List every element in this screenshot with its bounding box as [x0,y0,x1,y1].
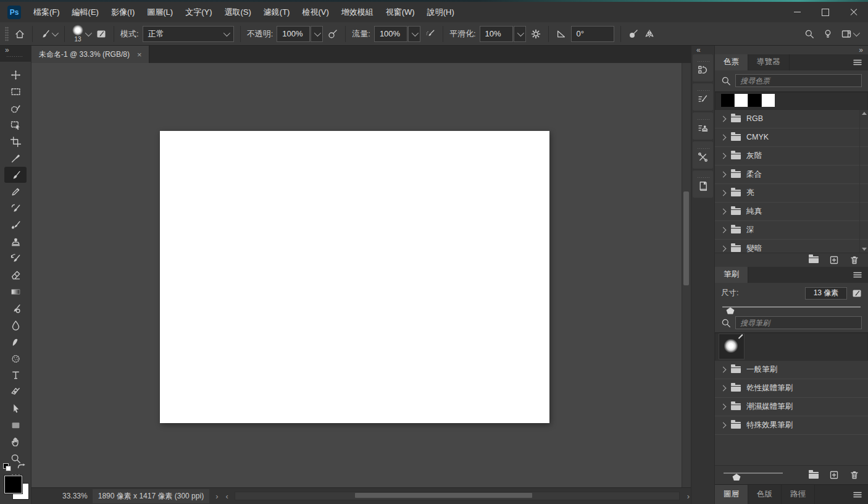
panel-tab[interactable]: 圖層 [715,485,748,504]
menu-item[interactable]: 濾鏡(T) [257,2,296,22]
clone-stamp-tool[interactable] [4,233,27,250]
panel-tab[interactable]: 色版 [748,485,782,504]
new-swatch-button[interactable] [829,255,839,265]
expand-chevron-icon[interactable] [720,227,727,233]
selection-brush-tool[interactable] [4,100,27,116]
expand-chevron-icon[interactable] [720,209,727,215]
panel-menu-button[interactable] [847,485,868,504]
object-selection-tool[interactable] [4,117,27,133]
new-group-button[interactable] [809,472,819,479]
foreground-color-swatch[interactable] [4,476,22,494]
pressure-size-button[interactable] [627,28,640,40]
vertical-scrollbar[interactable] [682,63,691,487]
horizontal-scrollbar-thumb[interactable] [355,493,533,498]
dock-collapse-button[interactable]: « [696,47,701,53]
brush-settings-panel-button[interactable] [693,83,713,111]
toolbar-grip[interactable] [6,55,22,57]
brush-tool[interactable] [4,167,27,183]
color-replacement-tool[interactable] [4,200,27,216]
expand-chevron-icon[interactable] [720,246,727,252]
path-selection-tool[interactable] [4,400,27,416]
scroll-right-button[interactable]: › [686,492,691,501]
flow-dropdown-button[interactable] [408,26,420,42]
minimize-button[interactable] [783,2,811,22]
panels-collapse-button[interactable]: » [859,47,863,53]
menu-item[interactable]: 增效模組 [335,2,380,22]
menu-item[interactable]: 編輯(E) [66,2,105,22]
brush-size-field[interactable]: 13 像素 [805,287,847,300]
swatch-group-row[interactable]: RGB [715,110,868,128]
pencil-tool[interactable] [4,183,27,200]
horizontal-scrollbar[interactable] [235,492,680,500]
sponge-tool[interactable] [4,350,27,366]
type-tool[interactable] [4,367,27,383]
expand-chevron-icon[interactable] [720,385,727,391]
crop-tool[interactable] [4,133,27,149]
brush-group-row[interactable]: 一般筆刷 [715,361,868,379]
brush-group-row[interactable]: 乾性媒體筆刷 [715,379,868,398]
brush-angle-field[interactable]: 0° [571,26,614,42]
expand-chevron-icon[interactable] [720,422,727,428]
delete-button[interactable] [849,255,859,265]
libraries-panel-button[interactable] [693,170,713,198]
clone-source-panel-button[interactable] [693,112,713,140]
eyedropper-tool[interactable] [4,150,27,166]
workspace-switcher[interactable] [840,28,859,40]
menu-item[interactable]: 檢視(V) [296,2,335,22]
swatch-group-row[interactable]: CMYK [715,128,868,147]
canvas-pasteboard[interactable] [31,63,691,487]
scroll-up-icon[interactable] [862,112,867,115]
swap-colors-icon[interactable] [17,462,27,472]
panel-tab[interactable]: 筆刷 [715,267,748,283]
swatches-search-input[interactable] [735,74,862,87]
panel-menu-button[interactable] [847,54,868,70]
status-chevron-right[interactable]: › [214,492,219,501]
history-panel-button[interactable] [693,54,713,82]
panel-tab[interactable]: 色票 [715,54,748,70]
document-tab[interactable]: 未命名-1 @ 33.3% (RGB/8) × [31,46,149,63]
scroll-down-icon[interactable] [862,248,867,251]
expand-chevron-icon[interactable] [720,403,727,410]
color-swatch[interactable] [721,94,734,107]
tab-close-button[interactable]: × [136,50,143,59]
color-swatch[interactable] [735,94,748,107]
vertical-scrollbar-thumb[interactable] [683,191,689,285]
brush-group-row[interactable]: 潮濕媒體筆刷 [715,398,868,416]
brush-group-row[interactable]: 特殊效果筆刷 [715,416,868,435]
menu-item[interactable]: 圖層(L) [141,2,179,22]
color-swatch[interactable] [748,94,761,107]
opacity-dropdown-button[interactable] [311,26,323,42]
panel-tab[interactable]: 路徑 [782,485,815,504]
new-group-button[interactable] [809,256,819,263]
rectangle-tool[interactable] [4,417,27,433]
expand-chevron-icon[interactable] [720,172,727,178]
color-swatch[interactable] [762,94,775,107]
slider-thumb[interactable] [726,308,735,314]
preview-size-slider[interactable] [724,471,783,479]
expand-chevron-icon[interactable] [720,366,727,372]
smudge-tool[interactable] [4,334,27,350]
options-bar-grip[interactable] [5,27,9,41]
blend-mode-select[interactable]: 正常 [143,26,234,42]
tool-preset-button[interactable] [39,28,58,40]
expand-chevron-icon[interactable] [720,153,727,159]
default-colors-icon[interactable] [3,463,10,471]
eraser-tool[interactable] [4,267,27,283]
swatch-group-row[interactable]: 變暗 [715,240,868,253]
delete-button[interactable] [849,470,859,480]
gradient-tool[interactable] [4,284,27,300]
brush-preset-picker[interactable]: 13 [71,23,91,44]
move-tool[interactable] [4,67,27,83]
close-button[interactable] [840,2,868,22]
document-canvas[interactable] [160,131,549,423]
brushes-search-input[interactable] [735,316,862,329]
selected-brush-tile[interactable] [719,334,745,359]
document-info[interactable]: 1890 像素 x 1417 像素 (300 ppi) [93,489,209,503]
opacity-value-field[interactable]: 100% [277,26,310,42]
list-scrollbar[interactable] [859,110,868,253]
expand-chevron-icon[interactable] [720,190,727,196]
toggle-brush-settings-button[interactable] [852,288,862,298]
swatch-group-row[interactable]: 純真 [715,203,868,221]
menu-item[interactable]: 影像(I) [105,2,141,22]
menu-item[interactable]: 檔案(F) [27,2,66,22]
